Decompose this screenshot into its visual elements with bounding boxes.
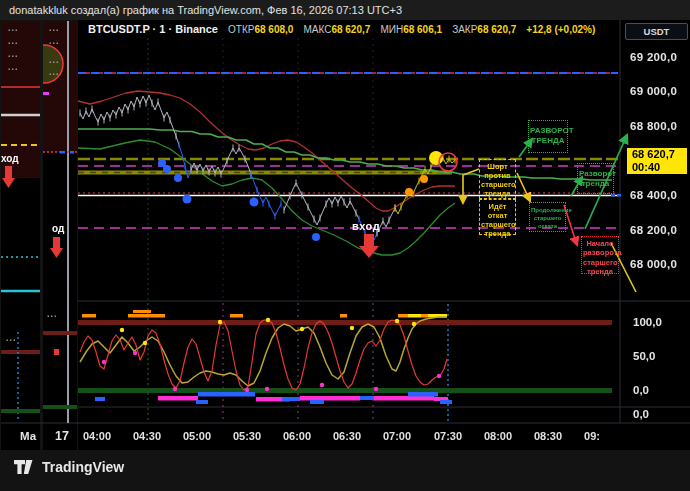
attribution-bar: donatakkluk создал(а) график на TradingV… [0, 0, 690, 20]
panel2-menu-icon[interactable]: ... [49, 56, 60, 64]
price-tick: 69 200,0 [630, 51, 688, 63]
panel2-menu-icon[interactable]: ... [49, 24, 60, 32]
osc-secondary-tick: 0,0 [633, 408, 683, 420]
annotation-trend-reversal-box[interactable]: Разворот тренда [577, 163, 614, 194]
last-price-value: 68 620,7 [632, 148, 687, 161]
time-tick: 06:30 [333, 430, 361, 442]
osc-tick: 50,0 [633, 350, 683, 362]
annotation-continuation-box[interactable]: Продолжение старшего отката [529, 202, 566, 232]
panel2-menu-icon[interactable]: ... [49, 68, 60, 76]
time-tick: 09: [584, 430, 600, 442]
tradingview-logo-text: TradingView [42, 459, 124, 475]
time-tick: 05:00 [183, 430, 211, 442]
price-tick: 69 000,0 [630, 85, 688, 97]
change-value: +12,8 (+0,02%) [526, 24, 595, 35]
panel1-menu-icon[interactable]: ... [8, 24, 19, 32]
price-tick: 68 000,0 [630, 258, 688, 270]
price-tick: 68 200,0 [630, 224, 688, 236]
currency-button[interactable]: USDT [625, 23, 688, 40]
time-tick: 08:00 [484, 430, 512, 442]
price-tick: 68 400,0 [630, 189, 688, 201]
annotation-reversal-start-box[interactable]: Начало разворота старшего тренда [581, 236, 619, 274]
panel1-menu-icon[interactable]: ... [8, 63, 19, 71]
open-label: ОТКР [228, 24, 254, 35]
time-tick: 04:00 [83, 430, 111, 442]
close-label: ЗАКР [452, 24, 477, 35]
time-tick: 07:30 [434, 430, 462, 442]
panel2-menu-icon[interactable]: ... [49, 37, 60, 45]
entry-label: вход [352, 220, 380, 232]
panel1-menu-icon[interactable]: ... [8, 50, 19, 58]
low-value: 68 606,1 [403, 24, 442, 35]
tradingview-logo-icon [14, 460, 33, 475]
low-label: МИН [380, 24, 403, 35]
bar-countdown: 00:40 [632, 161, 687, 174]
close-value: 68 620,7 [477, 24, 516, 35]
tradingview-logo[interactable]: TradingView [14, 459, 124, 475]
panel2-entry-label: од [52, 223, 64, 234]
osc-tick: 100,0 [633, 316, 683, 328]
panel1-axis-label: Ма [20, 430, 36, 442]
panel1-menu-icon[interactable]: ... [6, 334, 17, 342]
annotation-pullback-box[interactable]: Идёт откат старшего тренда [479, 199, 516, 235]
high-value: 68 620,7 [331, 24, 370, 35]
time-tick: 04:30 [133, 430, 161, 442]
annotation-short-box[interactable]: Шорт против старшего тренда [479, 159, 516, 199]
symbol-title[interactable]: BTCUSDT.P · 1 · Binance [88, 23, 218, 35]
time-tick: 06:00 [283, 430, 311, 442]
price-tick: 68 800,0 [630, 120, 688, 132]
panel2-menu-icon[interactable]: ... [47, 310, 58, 318]
open-value: 68 608,0 [254, 24, 293, 35]
time-tick: 05:30 [233, 430, 261, 442]
main-chart-window[interactable] [78, 20, 690, 450]
annotation-trend-reversal-caps-box[interactable]: РАЗВОРОТ ТРЕНДА [528, 120, 568, 153]
osc-tick: 0,0 [633, 384, 683, 396]
panel2-axis-label: 17 [55, 429, 69, 443]
time-tick: 07:00 [383, 430, 411, 442]
high-label: МАКС [303, 24, 331, 35]
tradingview-window: donatakkluk создал(а) график на TradingV… [0, 0, 690, 491]
chart-legend[interactable]: BTCUSDT.P · 1 · Binance ОТКР68 608,0 МАК… [88, 23, 595, 35]
last-price-tag[interactable]: 68 620,7 00:40 [627, 148, 687, 174]
panel1-menu-icon[interactable]: ... [8, 37, 19, 45]
time-tick: 08:30 [534, 430, 562, 442]
panel1-entry-label: ход [1, 153, 19, 164]
attribution-text: donatakkluk создал(а) график на TradingV… [9, 4, 402, 16]
